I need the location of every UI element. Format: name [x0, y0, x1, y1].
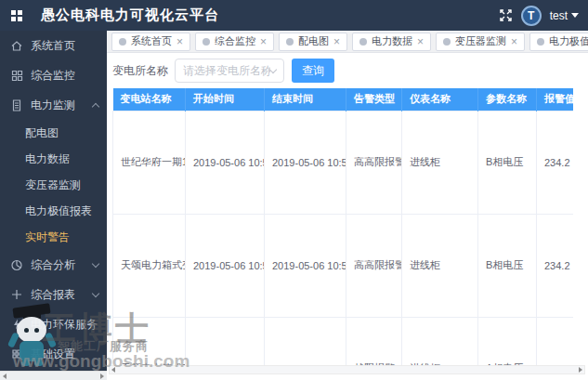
plus-icon	[10, 288, 23, 301]
query-button[interactable]: 查询	[292, 59, 334, 83]
tab-label: 系统首页	[131, 34, 172, 48]
sidebar-item-power-monitor[interactable]: 电力监测	[0, 90, 107, 120]
select-placeholder: 请选择变电所名称	[183, 63, 270, 79]
app-window: 愚公电科电力可视化云平台 T test 系统首页	[0, 0, 588, 380]
chevron-down-icon	[269, 65, 277, 72]
tab-status-dot-icon	[537, 38, 544, 46]
tab-status-dot-icon	[286, 38, 294, 46]
cell-param-name: B相电压	[478, 111, 537, 214]
cell-param-name: A相电压	[478, 317, 537, 367]
column-header: 开始时间	[186, 88, 265, 111]
scroll-right-arrow-icon[interactable]	[579, 367, 582, 373]
cell-alarm-value: 234.2	[537, 111, 574, 214]
tab-monitoring[interactable]: 综合监控 ×	[195, 33, 274, 51]
cell-start-time: 2019-05-05 03:49:00	[186, 317, 265, 367]
tab-close-icon[interactable]: ×	[260, 36, 267, 47]
cell-alarm-value: 253.2	[537, 317, 574, 367]
tab-close-icon[interactable]: ×	[511, 36, 517, 47]
squares-icon	[10, 347, 23, 360]
tab-distribution-map[interactable]: 配电图 ×	[279, 33, 347, 51]
table-header-row: 变电站名称 开始时间 结束时间 告警类型 仪表名称 参数名称 报警值	[113, 88, 574, 111]
tab-extreme-report[interactable]: 电力极值报表 ×	[529, 33, 588, 51]
tab-close-icon[interactable]: ×	[176, 36, 183, 47]
cell-alarm-type: 高高限报警	[346, 111, 402, 214]
column-header: 仪表名称	[402, 88, 478, 111]
tab-label: 综合监控	[215, 34, 255, 48]
sidebar-item-power-service[interactable]: 电力环保服务	[0, 309, 107, 339]
alarm-table: 变电站名称 开始时间 结束时间 告警类型 仪表名称 参数名称 报警值 世纪华府一…	[112, 88, 573, 367]
cell-end-time: 2019-05-05 03:49:00	[265, 317, 346, 367]
tab-label: 变压器监测	[455, 34, 506, 48]
cell-start-time: 2019-05-06 10:52:58	[186, 214, 265, 317]
substation-select[interactable]: 请选择变电所名称	[175, 59, 284, 83]
document-icon	[10, 98, 23, 111]
sidebar-item-transformer-monitor[interactable]: 变压器监测	[0, 172, 107, 198]
tab-status-dot-icon	[119, 38, 126, 46]
cell-end-time: 2019-05-06 10:52:58	[265, 214, 346, 317]
sidebar-item-label: 综合报表	[31, 287, 75, 303]
user-name: test	[550, 9, 568, 22]
pie-chart-icon	[10, 258, 23, 271]
table-row[interactable]: 天颂电力箱式变电站 2019-05-06 10:52:58 2019-05-06…	[113, 214, 574, 317]
tab-transformer-monitor[interactable]: 变压器监测 ×	[436, 33, 525, 51]
sidebar-item-basic-settings[interactable]: 基础设置	[0, 339, 107, 369]
app-title: 愚公电科电力可视化云平台	[41, 7, 219, 24]
alarm-table-wrapper: 变电站名称 开始时间 结束时间 告警类型 仪表名称 参数名称 报警值 世纪华府一…	[112, 88, 573, 367]
user-menu[interactable]: test	[550, 9, 579, 22]
header-actions: T test	[499, 6, 579, 26]
logo-square	[11, 10, 16, 15]
tab-status-dot-icon	[359, 38, 367, 46]
sidebar-item-home[interactable]: 系统首页	[0, 31, 107, 60]
sidebar-horizontal-scrollbar[interactable]	[0, 371, 107, 380]
cell-substation: 天颂电力箱式变电站	[113, 214, 186, 317]
sidebar-item-label: 电力极值报表	[25, 203, 92, 219]
cell-meter-name: 进线柜	[402, 214, 478, 317]
sidebar-item-reports[interactable]: 综合报表	[0, 280, 107, 309]
home-icon	[10, 39, 23, 52]
scroll-left-arrow-icon[interactable]	[111, 367, 115, 373]
column-header: 参数名称	[478, 88, 537, 111]
sidebar-item-label: 变压器监测	[25, 177, 81, 193]
main-area: 系统首页 × 综合监控 × 配电图 × 电力数据 × 变压器监测 ×	[107, 31, 588, 380]
sidebar-item-label: 配电图	[25, 125, 59, 141]
sidebar-item-label: 实时警告	[25, 229, 70, 245]
content-area: 变电所名称 请选择变电所名称 查询 变电站名称 开始时间	[107, 53, 588, 380]
tab-close-icon[interactable]: ×	[333, 36, 340, 47]
sidebar-item-label: 综合分析	[31, 257, 75, 273]
tab-label: 电力数据	[372, 34, 412, 48]
fullscreen-icon[interactable]	[499, 8, 513, 22]
sidebar-item-realtime-alarm[interactable]: 实时警告	[0, 224, 107, 250]
scroll-left-arrow-icon[interactable]	[3, 373, 7, 379]
table-row[interactable]: 世纪华府一期1#变 2019-05-06 10:54:01 2019-05-06…	[113, 111, 574, 214]
sidebar-item-monitoring[interactable]: 综合监控	[0, 60, 107, 90]
caret-down-icon	[571, 13, 579, 18]
sidebar-item-analysis[interactable]: 综合分析	[0, 250, 107, 280]
sidebar-item-label: 系统首页	[31, 38, 75, 54]
bolt-icon	[10, 318, 23, 331]
tab-power-data[interactable]: 电力数据 ×	[352, 33, 431, 51]
user-avatar[interactable]: T	[521, 6, 542, 26]
sidebar-item-extreme-report[interactable]: 电力极值报表	[0, 198, 107, 224]
column-header: 变电站名称	[113, 88, 186, 111]
tab-label: 电力极值报表	[549, 34, 588, 48]
column-header: 告警类型	[346, 88, 402, 111]
cell-substation: 天颂电力箱式变电站	[113, 317, 186, 367]
table-row[interactable]: 天颂电力箱式变电站 2019-05-05 03:49:00 2019-05-05…	[113, 317, 574, 367]
tab-close-icon[interactable]: ×	[417, 36, 424, 47]
filter-row: 变电所名称 请选择变电所名称 查询	[112, 59, 588, 83]
logo-square	[18, 10, 22, 15]
cell-alarm-value: 234.2	[537, 214, 574, 317]
chevron-down-icon	[92, 289, 99, 296]
logo-square	[11, 17, 16, 21]
scroll-right-arrow-icon[interactable]	[100, 373, 104, 379]
cell-substation: 世纪华府一期1#变	[113, 111, 186, 214]
cell-end-time: 2019-05-06 10:54:01	[265, 111, 346, 214]
sidebar-item-power-data[interactable]: 电力数据	[0, 146, 107, 172]
tab-home[interactable]: 系统首页 ×	[111, 33, 190, 51]
logo-square	[18, 17, 22, 21]
sidebar-nav: 系统首页 综合监控 电力监测 配电图 电力数据 变压器监测 电力极值报表	[0, 31, 107, 380]
sidebar-item-label: 综合监控	[31, 68, 75, 84]
app-logo-grid-icon[interactable]	[11, 10, 22, 21]
table-horizontal-scrollbar[interactable]	[109, 365, 585, 374]
sidebar-item-distribution-map[interactable]: 配电图	[0, 120, 107, 146]
